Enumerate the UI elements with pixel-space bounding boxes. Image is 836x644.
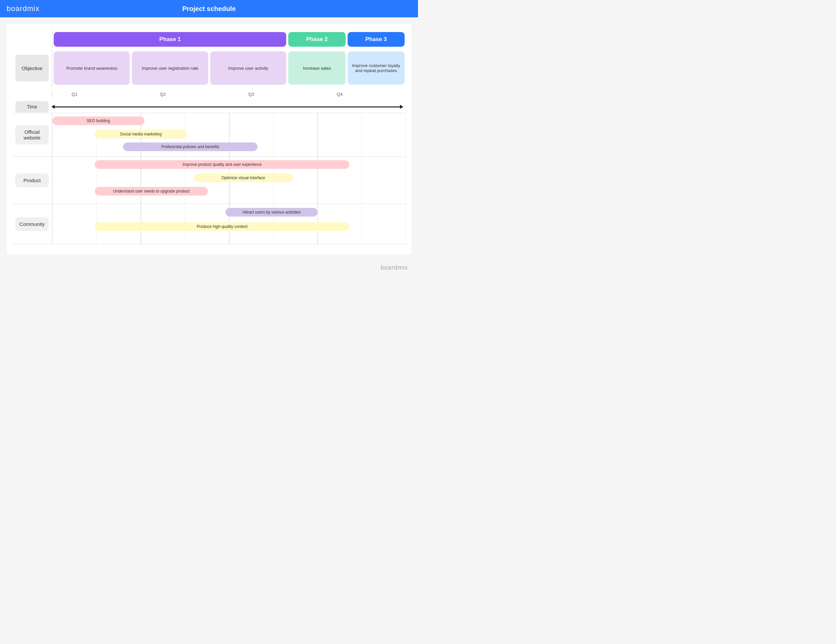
q3-label: Q3 — [229, 92, 274, 97]
official-website-label: Official website — [18, 129, 46, 141]
app-logo: boardmix — [7, 4, 39, 13]
time-section: Q1 Q2 Q3 Q4 Time — [12, 87, 406, 113]
obj-card-5: Improve customer loyalty and repeat purc… — [348, 51, 405, 85]
vert-q3 — [318, 113, 318, 157]
obj-card-3: Improve user activity — [210, 51, 286, 85]
official-website-label-box: Official website — [15, 125, 49, 144]
community-label-col: Community — [12, 204, 52, 244]
official-website-label-col: Official website — [12, 113, 52, 157]
official-website-gantt: SEO building Social media marketing Pref… — [52, 113, 406, 157]
attract-bar: Attract users by various activities — [225, 208, 318, 217]
objective-label-col: Objective — [12, 50, 52, 86]
q3b-label — [274, 92, 318, 97]
grid-col-7 — [318, 113, 362, 157]
canvas: Phase 1 Phase 2 Phase 3 Objective Promot… — [7, 24, 411, 254]
phase2-box: Phase 2 — [288, 32, 345, 47]
objective-label-box: Objective — [15, 55, 49, 82]
community-label-box: Community — [15, 217, 49, 231]
q-row: Q1 Q2 Q3 Q4 — [12, 87, 406, 101]
content-bar: Produce high-quality content — [95, 222, 349, 231]
time-label-box: Time — [15, 101, 49, 113]
product-label-col: Product — [12, 157, 52, 204]
product-label-box: Product — [15, 173, 49, 187]
time-label-wrapper: Time — [12, 101, 52, 113]
pref-bar: Preferential policies and benefits — [123, 142, 258, 151]
q2-label: Q2 — [141, 92, 185, 97]
q4-label: Q4 — [318, 92, 362, 97]
objective-label: Objective — [22, 65, 43, 71]
community-gantt: Attract users by various activities Prod… — [52, 204, 406, 244]
community-section: Community Attract users by various activ… — [12, 204, 406, 244]
phase-headers-row: Phase 1 Phase 2 Phase 3 — [12, 31, 406, 48]
phase-headers-container: Phase 1 Phase 2 Phase 3 — [52, 31, 406, 48]
page-title: Project schedule — [182, 5, 235, 13]
visual-bar: Optimize visual interface — [194, 173, 293, 182]
objective-cards-container: Promote brand awareness Improve user reg… — [52, 50, 406, 86]
upgrade-bar: Understand user needs to upgrade product — [95, 187, 208, 196]
phase3-box: Phase 3 — [348, 32, 405, 47]
phase-label-spacer — [12, 31, 52, 48]
obj-card-1: Promote brand awareness — [54, 51, 130, 85]
product-label: Product — [23, 178, 41, 183]
grid-col-6 — [274, 113, 318, 157]
footer-logo: boardmix — [380, 264, 408, 271]
phase1-box: Phase 1 — [54, 32, 286, 47]
product-section: Product Improve product quality and user… — [12, 157, 406, 204]
q1b-label — [97, 92, 141, 97]
q2b-label — [185, 92, 230, 97]
community-label: Community — [20, 221, 45, 227]
q4b-label — [362, 92, 406, 97]
obj-card-2: Improve user registration rate — [132, 51, 208, 85]
social-bar: Social media marketing — [95, 130, 187, 139]
q1-label: Q1 — [52, 92, 97, 97]
obj-card-4: Increase sales — [288, 51, 345, 85]
official-website-section: Official website SEO building — [12, 113, 406, 157]
header: boardmix Project schedule — [0, 0, 418, 17]
footer: boardmix — [0, 261, 418, 275]
objective-row: Objective Promote brand awareness Improv… — [12, 50, 406, 86]
seo-bar: SEO building — [52, 116, 144, 125]
quality-bar: Improve product quality and user experie… — [95, 160, 349, 169]
time-row: Time — [12, 101, 406, 113]
q-labels: Q1 Q2 Q3 Q4 — [52, 92, 406, 97]
product-gantt: Improve product quality and user experie… — [52, 157, 406, 204]
time-arrow — [52, 106, 403, 108]
grid-col-8 — [362, 113, 406, 157]
